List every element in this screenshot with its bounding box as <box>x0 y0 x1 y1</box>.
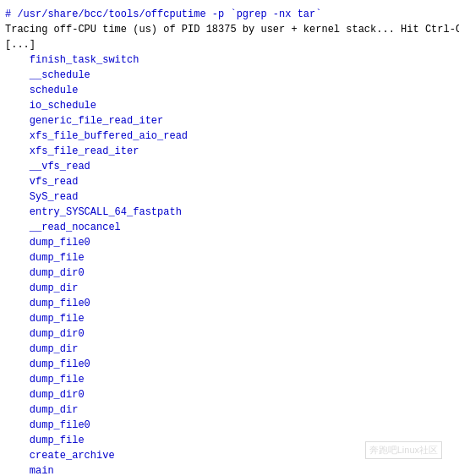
stack-line: dump_file0 <box>5 357 454 372</box>
stack-line: __schedule <box>5 68 454 83</box>
stack-line: dump_dir0 <box>5 387 454 402</box>
stack-line: dump_file <box>5 250 454 265</box>
command-line: # /usr/share/bcc/tools/offcputime -p `pg… <box>5 7 454 22</box>
stack-line: generic_file_read_iter <box>5 113 454 129</box>
stack-line: vfs_read <box>5 174 454 189</box>
stack-line: dump_file0 <box>5 235 454 250</box>
stack-line: dump_dir0 <box>5 326 454 342</box>
stack-line: dump_dir <box>5 402 454 418</box>
stack-line: schedule <box>5 83 454 98</box>
stack-lines: finish_task_switch __schedule schedule i… <box>5 52 454 476</box>
watermark: 奔跑吧Linux社区 <box>365 441 442 459</box>
terminal-window: # /usr/share/bcc/tools/offcputime -p `pg… <box>0 0 459 476</box>
stack-line: dump_file0 <box>5 296 454 311</box>
stack-line: dump_file0 <box>5 418 454 433</box>
stack-line: __vfs_read <box>5 159 454 174</box>
stack-line: dump_dir <box>5 342 454 357</box>
stack-line: entry_SYSCALL_64_fastpath <box>5 205 454 220</box>
stack-line: dump_file <box>5 372 454 387</box>
stack-line: dump_file <box>5 311 454 326</box>
stack-line: xfs_file_read_iter <box>5 144 454 159</box>
stack-line: main <box>5 463 454 476</box>
stack-line: SyS_read <box>5 189 454 205</box>
start-ellipsis: [...] <box>5 37 454 52</box>
tracing-line: Tracing off-CPU time (us) of PID 18375 b… <box>5 22 454 37</box>
stack-line: io_schedule <box>5 98 454 113</box>
stack-line: xfs_file_buffered_aio_read <box>5 129 454 144</box>
stack-line: dump_dir0 <box>5 265 454 281</box>
stack-line: dump_dir <box>5 281 454 296</box>
stack-line: __read_nocancel <box>5 220 454 235</box>
stack-line: finish_task_switch <box>5 52 454 68</box>
